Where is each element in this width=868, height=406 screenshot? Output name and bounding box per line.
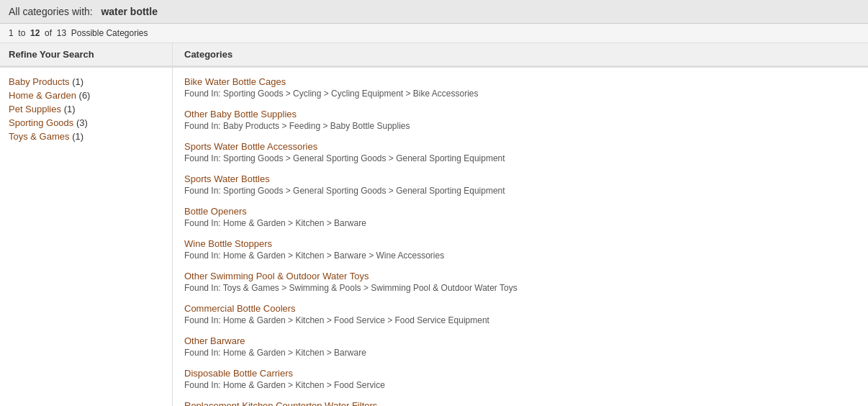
category-found-in-2: Found In: Sporting Goods > General Sport… [184, 153, 856, 163]
total-count: 13 [57, 28, 66, 38]
category-item-6: Other Swimming Pool & Outdoor Water Toys… [184, 271, 856, 293]
category-link-8[interactable]: Other Barware [184, 335, 245, 346]
sidebar-link-baby-products[interactable]: Baby Products [9, 76, 70, 87]
range-end: 12 [30, 28, 40, 38]
sidebar-item-toys-games: Toys & Games (1) [9, 131, 163, 142]
categories-section: Bike Water Bottle Cages Found In: Sporti… [173, 68, 868, 406]
range-start: 1 [9, 28, 14, 38]
category-found-in-7: Found In: Home & Garden > Kitchen > Food… [184, 315, 856, 325]
categories-heading: Categories [173, 43, 868, 66]
category-found-in-6: Found In: Toys & Games > Swimming & Pool… [184, 283, 856, 293]
results-label: Possible Categories [71, 28, 148, 38]
category-link-1[interactable]: Other Baby Bottle Supplies [184, 109, 297, 119]
sidebar-link-toys-games[interactable]: Toys & Games [9, 131, 70, 142]
category-link-2[interactable]: Sports Water Bottle Accessories [184, 141, 317, 152]
category-link-10[interactable]: Replacement Kitchen Countertop Water Fil… [184, 400, 377, 406]
category-item-5: Wine Bottle Stoppers Found In: Home & Ga… [184, 238, 856, 261]
refine-heading: Refine Your Search [0, 43, 173, 66]
category-item-8: Other Barware Found In: Home & Garden > … [184, 335, 856, 358]
category-link-3[interactable]: Sports Water Bottles [184, 173, 270, 184]
sidebar-link-pet-supplies[interactable]: Pet Supplies [9, 104, 61, 114]
category-link-4[interactable]: Bottle Openers [184, 206, 247, 217]
category-found-in-9: Found In: Home & Garden > Kitchen > Food… [184, 380, 856, 390]
sidebar-count-toys-games: (1) [72, 131, 83, 142]
category-link-6[interactable]: Other Swimming Pool & Outdoor Water Toys [184, 271, 369, 281]
header-bar: All categories with: water bottle [0, 0, 868, 24]
category-item-4: Bottle Openers Found In: Home & Garden >… [184, 206, 856, 228]
category-item-9: Disposable Bottle Carriers Found In: Hom… [184, 368, 856, 390]
sidebar-item-home-garden: Home & Garden (6) [9, 90, 163, 101]
category-item-1: Other Baby Bottle Supplies Found In: Bab… [184, 109, 856, 131]
category-item-10: Replacement Kitchen Countertop Water Fil… [184, 400, 856, 406]
sidebar-count-sporting-goods: (3) [76, 117, 88, 128]
sidebar-item-pet-supplies: Pet Supplies (1) [9, 104, 163, 114]
category-link-5[interactable]: Wine Bottle Stoppers [184, 238, 272, 249]
sidebar-link-sporting-goods[interactable]: Sporting Goods [9, 117, 73, 128]
category-found-in-8: Found In: Home & Garden > Kitchen > Barw… [184, 348, 856, 358]
sidebar-count-home-garden: (6) [79, 90, 91, 101]
category-item-3: Sports Water Bottles Found In: Sporting … [184, 173, 856, 196]
category-item-0: Bike Water Bottle Cages Found In: Sporti… [184, 76, 856, 99]
category-item-7: Commercial Bottle Coolers Found In: Home… [184, 303, 856, 325]
sidebar-link-home-garden[interactable]: Home & Garden [9, 90, 76, 101]
results-count-bar: 1 to 12 of 13 Possible Categories [0, 24, 868, 43]
category-link-7[interactable]: Commercial Bottle Coolers [184, 303, 296, 314]
search-query: water bottle [101, 6, 158, 17]
sidebar-item-sporting-goods: Sporting Goods (3) [9, 117, 163, 128]
category-found-in-0: Found In: Sporting Goods > Cycling > Cyc… [184, 89, 856, 99]
category-found-in-3: Found In: Sporting Goods > General Sport… [184, 186, 856, 196]
sidebar: Baby Products (1) Home & Garden (6) Pet … [0, 68, 173, 406]
sidebar-count-pet-supplies: (1) [64, 104, 76, 114]
header-prefix: All categories with: [9, 6, 93, 17]
category-item-2: Sports Water Bottle Accessories Found In… [184, 141, 856, 163]
main-content: Baby Products (1) Home & Garden (6) Pet … [0, 67, 868, 406]
sidebar-count-baby-products: (1) [72, 76, 83, 87]
category-link-9[interactable]: Disposable Bottle Carriers [184, 368, 293, 379]
category-link-0[interactable]: Bike Water Bottle Cages [184, 76, 286, 87]
column-headers: Refine Your Search Categories [0, 43, 868, 67]
category-found-in-1: Found In: Baby Products > Feeding > Baby… [184, 121, 856, 131]
category-found-in-5: Found In: Home & Garden > Kitchen > Barw… [184, 251, 856, 261]
sidebar-item-baby-products: Baby Products (1) [9, 76, 163, 87]
category-found-in-4: Found In: Home & Garden > Kitchen > Barw… [184, 218, 856, 228]
